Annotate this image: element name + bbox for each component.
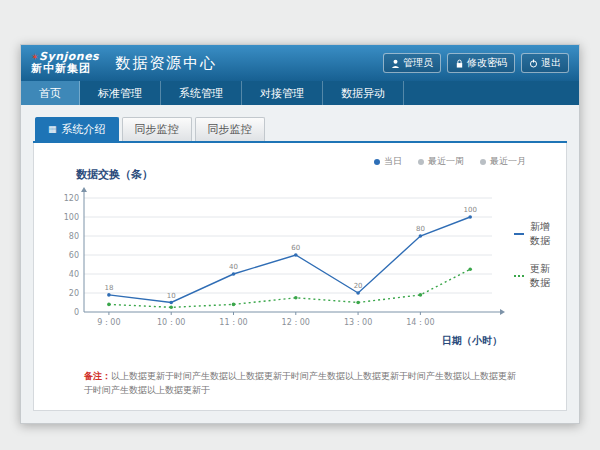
nav-item-standard-mgmt[interactable]: 标准管理: [80, 81, 161, 105]
lock-icon: [455, 59, 464, 68]
nav-item-home[interactable]: 首页: [21, 81, 80, 105]
svg-text:14：00: 14：00: [406, 318, 434, 327]
svg-text:9：00: 9：00: [97, 318, 120, 327]
legend-new-data[interactable]: 新增数据: [514, 220, 550, 248]
svg-text:11：00: 11：00: [219, 318, 247, 327]
screen-background: ✶Synjones 新中新集团 数据资源中心 管理员 修改密码 退出: [0, 0, 600, 450]
svg-text:40: 40: [69, 270, 79, 279]
change-password-button[interactable]: 修改密码: [447, 53, 515, 73]
svg-text:60: 60: [69, 251, 79, 260]
line-chart: 0204060801001209：0010：0011：0012：0013：001…: [50, 184, 506, 334]
logo-company-name: 新中新集团: [31, 63, 99, 75]
company-logo: ✶Synjones 新中新集团: [31, 51, 99, 75]
footnote-text: 以上数据更新于时间产生数据以上数据更新于时间产生数据以上数据更新于时间产生数据以…: [84, 371, 516, 395]
svg-text:18: 18: [104, 284, 113, 292]
svg-text:12：00: 12：00: [282, 318, 310, 327]
svg-text:20: 20: [69, 289, 79, 298]
logout-button[interactable]: 退出: [521, 53, 569, 73]
grid-icon: ▦: [48, 125, 57, 134]
dotted-line-icon: [514, 275, 524, 277]
tab-sync-monitor-1-label: 同步监控: [135, 122, 179, 137]
header-bar: ✶Synjones 新中新集团 数据资源中心 管理员 修改密码 退出: [21, 45, 579, 81]
tab-sync-monitor-2[interactable]: 同步监控: [195, 117, 265, 141]
content-area: ▦ 系统介绍 同步监控 同步监控 当日: [21, 105, 579, 423]
app-window: ✶Synjones 新中新集团 数据资源中心 管理员 修改密码 退出: [20, 44, 580, 424]
filter-last-month-label: 最近一月: [490, 155, 526, 168]
svg-text:20: 20: [354, 282, 363, 290]
filter-last-month[interactable]: 最近一月: [480, 155, 526, 168]
svg-text:60: 60: [291, 244, 300, 252]
filter-today[interactable]: 当日: [374, 155, 402, 168]
admin-user-label: 管理员: [403, 56, 433, 70]
tab-sync-monitor-1[interactable]: 同步监控: [122, 117, 192, 141]
tab-sync-monitor-2-label: 同步监控: [208, 122, 252, 137]
legend-updated-data-label: 更新数据: [530, 262, 550, 290]
tab-system-intro-label: 系统介绍: [62, 122, 106, 137]
page-title: 数据资源中心: [115, 54, 217, 73]
chart-panel: 当日 最近一周 最近一月 数据交换（条） 0204060801001209：00…: [33, 143, 567, 411]
last-month-dot-icon: [480, 159, 486, 165]
nav-item-data-change[interactable]: 数据异动: [323, 81, 404, 105]
nav-item-connect-mgmt[interactable]: 对接管理: [242, 81, 323, 105]
logo-star-icon: ✶: [31, 52, 39, 62]
y-axis-title: 数据交换（条）: [76, 167, 550, 182]
plot-column: 0204060801001209：0010：0011：0012：0013：001…: [50, 184, 506, 348]
admin-user-button[interactable]: 管理员: [383, 53, 441, 73]
tab-bar: ▦ 系统介绍 同步监控 同步监控: [33, 117, 567, 143]
svg-text:40: 40: [229, 263, 238, 271]
power-icon: [529, 59, 538, 68]
chart-body: 0204060801001209：0010：0011：0012：0013：001…: [50, 184, 550, 348]
logout-label: 退出: [541, 56, 561, 70]
svg-text:13：00: 13：00: [344, 318, 372, 327]
series-legend: 新增数据 更新数据: [514, 220, 550, 290]
last-week-dot-icon: [418, 159, 424, 165]
user-icon: [391, 59, 400, 68]
svg-text:100: 100: [64, 213, 79, 222]
solid-line-icon: [514, 233, 524, 235]
x-axis-title: 日期（小时）: [50, 334, 506, 348]
svg-text:0: 0: [74, 308, 79, 317]
time-range-filters: 当日 最近一周 最近一月: [374, 155, 526, 168]
today-dot-icon: [374, 159, 380, 165]
logo-brand-text: Synjones: [39, 50, 99, 63]
svg-text:10：00: 10：00: [157, 318, 185, 327]
svg-text:80: 80: [416, 225, 425, 233]
filter-last-week-label: 最近一周: [428, 155, 464, 168]
tab-system-intro[interactable]: ▦ 系统介绍: [35, 117, 119, 141]
main-nav: 首页 标准管理 系统管理 对接管理 数据异动: [21, 81, 579, 105]
change-password-label: 修改密码: [467, 56, 507, 70]
footnote: 备注：以上数据更新于时间产生数据以上数据更新于时间产生数据以上数据更新于时间产生…: [50, 370, 550, 397]
svg-text:100: 100: [464, 206, 477, 214]
nav-item-system-mgmt[interactable]: 系统管理: [161, 81, 242, 105]
legend-new-data-label: 新增数据: [530, 220, 550, 248]
svg-text:10: 10: [167, 292, 176, 300]
filter-today-label: 当日: [384, 155, 402, 168]
footnote-prefix: 备注：: [84, 371, 111, 381]
filter-last-week[interactable]: 最近一周: [418, 155, 464, 168]
legend-updated-data[interactable]: 更新数据: [514, 262, 550, 290]
svg-text:120: 120: [64, 194, 79, 203]
user-actions: 管理员 修改密码 退出: [383, 53, 569, 73]
svg-text:80: 80: [69, 232, 79, 241]
